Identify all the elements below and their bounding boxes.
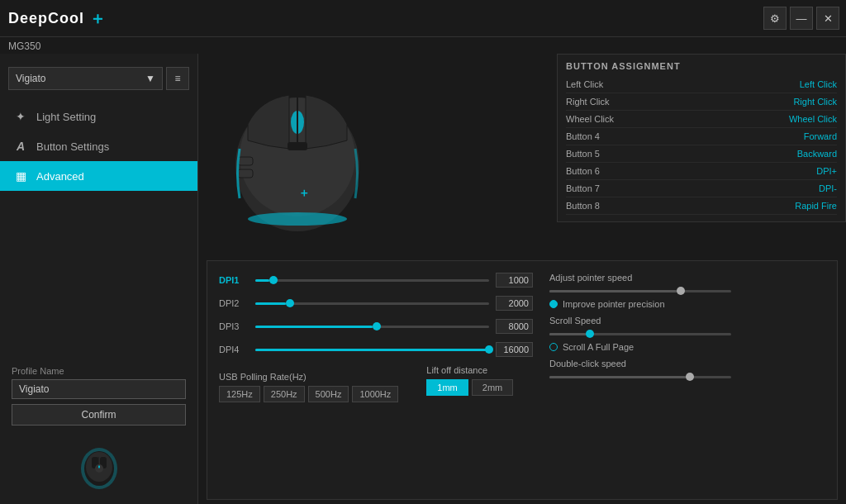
btn-action-3: Forward (804, 131, 837, 141)
fullpage-checkbox[interactable] (549, 343, 558, 351)
button-assignment-panel: BUTTON ASSIGNMENT Left Click Left Click … (557, 54, 846, 222)
svg-rect-11 (238, 157, 253, 165)
btn-label-0: Left Click (566, 79, 603, 89)
lift-section: Lift off distance 1mm 2mm (426, 365, 513, 402)
nav-item-light-setting[interactable]: ✦ Light Setting (0, 102, 197, 131)
titlebar: DeepCool ＋ ⚙ — ✕ (0, 0, 846, 37)
profile-name-label: Profile Name (12, 366, 186, 376)
dpi1-label: DPI1 (219, 275, 249, 285)
btn-label-2: Wheel Click (566, 114, 614, 124)
dpi4-row: DPI4 (219, 342, 533, 357)
btn-action-5: DPI+ (816, 166, 837, 176)
logo-area: DeepCool ＋ (8, 7, 106, 30)
dpi2-row: DPI2 (219, 296, 533, 311)
poll-1000hz[interactable]: 1000Hz (352, 386, 398, 402)
svg-rect-12 (238, 169, 253, 178)
dpi2-label: DPI2 (219, 298, 249, 308)
btn-action-4: Backward (797, 149, 837, 159)
nav-label-button-settings: Button Settings (36, 140, 109, 153)
btn-label-3: Button 4 (566, 131, 600, 141)
nav-item-advanced[interactable]: ▦ Advanced (0, 161, 197, 191)
settings-button[interactable]: ⚙ (763, 7, 787, 30)
button-assignment-title: BUTTON ASSIGNMENT (566, 61, 837, 71)
dpi4-value[interactable] (496, 342, 533, 357)
table-row: Right Click Right Click (566, 93, 837, 111)
btn-label-6: Button 7 (566, 183, 600, 193)
dpi2-value[interactable] (496, 296, 533, 311)
dpi3-label: DPI3 (219, 321, 249, 331)
poll-500hz[interactable]: 500Hz (308, 386, 349, 402)
table-row: Button 5 Backward (566, 145, 837, 163)
dpi1-slider[interactable] (255, 275, 489, 285)
mouse-preview-area (0, 434, 197, 500)
right-advanced-section: Adjust pointer speed Improve pointer pre… (549, 273, 825, 402)
dpi2-slider[interactable] (255, 298, 489, 308)
lift-buttons: 1mm 2mm (426, 379, 513, 396)
model-name: MG350 (0, 37, 846, 54)
dpi3-slider[interactable] (255, 321, 489, 331)
pointer-speed-label: Adjust pointer speed (549, 273, 825, 283)
mouse-image: ＋ (198, 74, 397, 240)
nav-label-advanced: Advanced (36, 170, 84, 183)
bottom-row: USB Polling Rate(Hz) 125Hz 250Hz 500Hz 1… (219, 365, 533, 402)
precision-label: Improve pointer precision (563, 299, 665, 309)
precision-checkbox[interactable] (549, 300, 558, 308)
btn-label-5: Button 6 (566, 166, 600, 176)
logo-icon: ＋ (89, 7, 106, 30)
btn-label-4: Button 5 (566, 149, 600, 159)
doubleclick-speed-slider[interactable] (549, 372, 731, 382)
btn-action-7: Rapid Fire (795, 201, 837, 211)
poll-250hz[interactable]: 250Hz (264, 386, 305, 402)
dropdown-arrow-icon: ▼ (145, 73, 155, 84)
mouse-thumbnail-icon (70, 442, 128, 492)
btn-label-7: Button 8 (566, 201, 600, 211)
table-row: Button 4 Forward (566, 128, 837, 145)
lift-1mm[interactable]: 1mm (426, 379, 468, 396)
dpi1-value[interactable] (496, 273, 533, 288)
dpi3-row: DPI3 (219, 319, 533, 334)
fullpage-row: Scroll A Full Page (549, 342, 825, 352)
profile-dropdown[interactable]: Vigiato ▼ (8, 67, 163, 90)
advanced-content: DPI1 DPI2 (219, 273, 825, 402)
table-row: Button 6 DPI+ (566, 163, 837, 180)
profile-name-input[interactable] (12, 379, 186, 399)
table-row: Button 7 DPI- (566, 180, 837, 197)
polling-buttons: 125Hz 250Hz 500Hz 1000Hz (219, 386, 398, 402)
btn-action-1: Right Click (793, 97, 837, 107)
sidebar: Vigiato ▼ ≡ ✦ Light Setting A Button Set… (0, 54, 198, 504)
btn-action-6: DPI- (819, 183, 837, 193)
scroll-speed-label: Scroll Speed (549, 316, 825, 326)
scroll-speed-slider[interactable] (549, 329, 731, 339)
confirm-button[interactable]: Confirm (12, 404, 186, 426)
doubleclick-speed-label: Double-click speed (549, 359, 825, 368)
poll-125hz[interactable]: 125Hz (219, 386, 260, 402)
profile-name-section: Profile Name Confirm (0, 358, 197, 434)
center-area: ＋ BUTTON ASSIGNMENT Left Click Left Clic… (198, 54, 846, 504)
dpi4-label: DPI4 (219, 345, 249, 354)
nav-item-button-settings[interactable]: A Button Settings (0, 131, 197, 161)
advanced-icon: ▦ (13, 169, 28, 183)
dpi3-value[interactable] (496, 319, 533, 334)
dpi-section: DPI1 DPI2 (219, 273, 533, 402)
table-row: Wheel Click Wheel Click (566, 111, 837, 128)
pointer-speed-slider[interactable] (549, 286, 731, 296)
advanced-settings-panel: DPI1 DPI2 (207, 260, 838, 500)
button-settings-icon: A (13, 140, 28, 153)
window-controls: ⚙ — ✕ (763, 7, 839, 30)
profile-selected-label: Vigiato (16, 73, 45, 84)
polling-section: USB Polling Rate(Hz) 125Hz 250Hz 500Hz 1… (219, 372, 398, 402)
close-button[interactable]: ✕ (816, 7, 839, 30)
profile-menu-button[interactable]: ≡ (166, 67, 189, 90)
precision-row: Improve pointer precision (549, 299, 825, 309)
lift-2mm[interactable]: 2mm (472, 379, 513, 396)
minimize-button[interactable]: — (790, 7, 813, 30)
mouse-display: ＋ (198, 54, 397, 260)
table-row: Left Click Left Click (566, 76, 837, 93)
lift-label: Lift off distance (426, 365, 513, 375)
logo-text: DeepCool (8, 10, 84, 27)
main-layout: Vigiato ▼ ≡ ✦ Light Setting A Button Set… (0, 54, 846, 504)
top-section: ＋ BUTTON ASSIGNMENT Left Click Left Clic… (198, 54, 846, 260)
nav-label-light-setting: Light Setting (36, 111, 96, 123)
dpi4-slider[interactable] (255, 345, 489, 354)
svg-point-13 (248, 212, 347, 226)
